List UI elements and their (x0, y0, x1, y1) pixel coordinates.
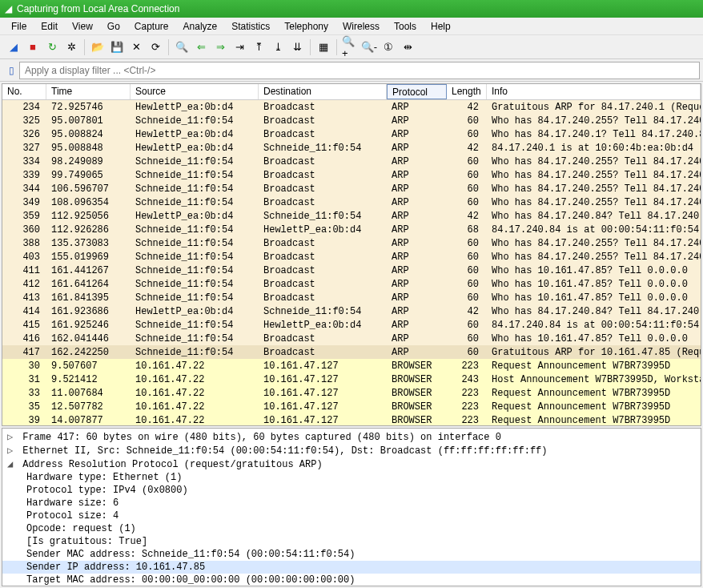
cell-length: 60 (447, 279, 487, 290)
prev-packet-icon[interactable]: ⇐ (192, 38, 210, 56)
detail-row[interactable]: Opcode: request (1) (2, 522, 701, 535)
cell-source: Schneide_11:f0:54 (131, 170, 259, 181)
detail-row[interactable]: Protocol size: 4 (2, 509, 701, 522)
save-file-icon[interactable]: 💾 (108, 38, 126, 56)
packet-row[interactable]: 33999.749065Schneide_11:f0:54BroadcastAR… (2, 168, 701, 182)
menu-help[interactable]: Help (424, 19, 457, 34)
packet-row[interactable]: 3914.00787710.161.47.2210.161.47.127BROW… (2, 413, 701, 425)
detail-row[interactable]: ▷ Frame 417: 60 bytes on wire (480 bits)… (2, 430, 701, 444)
restart-capture-icon[interactable]: ↻ (43, 38, 61, 56)
col-header-no[interactable]: No. (2, 84, 46, 99)
next-packet-icon[interactable]: ⇒ (211, 38, 229, 56)
packet-row[interactable]: 414161.923686HewlettP_ea:0b:d4Schneide_1… (2, 304, 701, 318)
packet-row[interactable]: 413161.841395Schneide_11:f0:54BroadcastA… (2, 291, 701, 304)
packet-row[interactable]: 349108.096354Schneide_11:f0:54BroadcastA… (2, 195, 701, 209)
zoom-reset-icon[interactable]: ① (380, 38, 397, 56)
cell-destination: 10.161.47.127 (259, 401, 387, 413)
menu-telephony[interactable]: Telephony (278, 19, 335, 34)
last-packet-icon[interactable]: ⤓ (269, 38, 287, 56)
detail-row[interactable]: Protocol type: IPv4 (0x0800) (2, 484, 701, 497)
menu-go[interactable]: Go (101, 19, 127, 34)
col-header-protocol[interactable]: Protocol (387, 84, 447, 99)
packet-row[interactable]: 3311.00768410.161.47.2210.161.47.127BROW… (2, 386, 701, 400)
packet-row[interactable]: 412161.641264Schneide_11:f0:54BroadcastA… (2, 277, 701, 291)
find-packet-icon[interactable]: 🔍 (173, 38, 191, 56)
menu-view[interactable]: View (66, 19, 99, 34)
packet-row[interactable]: 416162.041446Schneide_11:f0:54BroadcastA… (2, 332, 701, 345)
menu-tools[interactable]: Tools (388, 19, 423, 34)
first-packet-icon[interactable]: ⤒ (250, 38, 267, 56)
packet-rows[interactable]: 23472.925746HewlettP_ea:0b:d4BroadcastAR… (2, 100, 701, 425)
goto-packet-icon[interactable]: ⇥ (231, 38, 248, 56)
col-header-time[interactable]: Time (46, 84, 131, 99)
cell-length: 60 (447, 197, 487, 208)
cell-source: Schneide_11:f0:54 (131, 224, 259, 236)
packet-row[interactable]: 32695.008824HewlettP_ea:0b:d4BroadcastAR… (2, 127, 701, 141)
menu-capture[interactable]: Capture (128, 19, 175, 34)
packet-row[interactable]: 309.50760710.161.47.2210.161.47.127BROWS… (2, 359, 701, 373)
expand-icon[interactable]: ◢ (7, 458, 17, 470)
cell-destination: Schneide_11:f0:54 (259, 143, 387, 154)
menu-file[interactable]: File (5, 19, 33, 34)
packet-details[interactable]: ▷ Frame 417: 60 bytes on wire (480 bits)… (2, 428, 701, 586)
packet-row[interactable]: 33498.249089Schneide_11:f0:54BroadcastAR… (2, 155, 701, 168)
zoom-out-icon[interactable]: 🔍- (360, 38, 378, 56)
detail-row[interactable]: ◢ Address Resolution Protocol (request/g… (2, 457, 701, 471)
packet-row[interactable]: 359112.925056HewlettP_ea:0b:d4Schneide_1… (2, 209, 701, 223)
detail-row[interactable]: Target MAC address: 00:00:00_00:00:00 (0… (2, 574, 701, 586)
cell-time: 95.008848 (46, 143, 131, 154)
packet-row[interactable]: 3512.50778210.161.47.2210.161.47.127BROW… (2, 400, 701, 413)
resize-columns-icon[interactable]: ⇹ (399, 38, 416, 56)
detail-row[interactable]: [Is gratuitous: True] (2, 535, 701, 548)
expand-icon[interactable]: ▷ (7, 431, 17, 443)
filter-bookmark-icon[interactable]: ▯ (3, 65, 19, 76)
cell-length: 68 (447, 224, 487, 236)
packet-row[interactable]: 415161.925246Schneide_11:f0:54HewlettP_e… (2, 318, 701, 332)
start-capture-icon[interactable]: ◢ (5, 38, 22, 56)
packet-row[interactable]: 417162.242250Schneide_11:f0:54BroadcastA… (2, 345, 701, 359)
stop-capture-icon[interactable]: ■ (24, 38, 42, 56)
packet-row[interactable]: 319.52141210.161.47.2210.161.47.127BROWS… (2, 373, 701, 386)
packet-row[interactable]: 23472.925746HewlettP_ea:0b:d4BroadcastAR… (2, 100, 701, 114)
cell-info: Who has 84.17.240.84? Tell 84.17.240.1 (487, 306, 701, 317)
packet-row[interactable]: 403155.019969Schneide_11:f0:54BroadcastA… (2, 250, 701, 264)
col-header-source[interactable]: Source (131, 84, 259, 99)
packet-row[interactable]: 388135.373083Schneide_11:f0:54BroadcastA… (2, 236, 701, 250)
col-header-destination[interactable]: Destination (259, 84, 387, 99)
detail-row[interactable]: ▷ Ethernet II, Src: Schneide_11:f0:54 (0… (2, 444, 701, 457)
close-file-icon[interactable]: ✕ (127, 38, 145, 56)
cell-length: 60 (447, 129, 487, 140)
packet-row[interactable]: 344106.596707Schneide_11:f0:54BroadcastA… (2, 182, 701, 195)
detail-row[interactable]: Hardware type: Ethernet (1) (2, 471, 701, 484)
packet-row[interactable]: 32595.007801Schneide_11:f0:54BroadcastAR… (2, 114, 701, 127)
cell-time: 112.925056 (46, 211, 131, 222)
colorize-icon[interactable]: ▦ (315, 38, 332, 56)
cell-no: 325 (2, 115, 46, 127)
menu-statistics[interactable]: Statistics (225, 19, 276, 34)
detail-text: Sender MAC address: Schneide_11:f0:54 (0… (26, 549, 355, 560)
menu-analyze[interactable]: Analyze (177, 19, 224, 34)
detail-row[interactable]: Hardware size: 6 (2, 497, 701, 509)
col-header-length[interactable]: Length (447, 84, 487, 99)
detail-row[interactable]: Sender MAC address: Schneide_11:f0:54 (0… (2, 548, 701, 561)
cell-info: Gratuitous ARP for 10.161.47.85 (Request… (487, 347, 701, 358)
expand-icon[interactable]: ▷ (7, 445, 17, 457)
open-file-icon[interactable]: 📂 (89, 38, 106, 56)
packet-row[interactable]: 411161.441267Schneide_11:f0:54BroadcastA… (2, 264, 701, 277)
cell-protocol: ARP (387, 265, 447, 276)
reload-icon[interactable]: ⟳ (147, 38, 164, 56)
zoom-in-icon[interactable]: 🔍+ (341, 38, 359, 56)
capture-options-icon[interactable]: ✲ (62, 38, 80, 56)
cell-source: Schneide_11:f0:54 (131, 279, 259, 290)
packet-row[interactable]: 32795.008848HewlettP_ea:0b:d4Schneide_11… (2, 141, 701, 155)
display-filter-input[interactable] (19, 62, 700, 79)
auto-scroll-icon[interactable]: ⇊ (288, 38, 306, 56)
packet-row[interactable]: 360112.926286Schneide_11:f0:54HewlettP_e… (2, 223, 701, 236)
cell-destination: Broadcast (259, 102, 387, 113)
menu-edit[interactable]: Edit (34, 19, 64, 34)
detail-row[interactable]: Sender IP address: 10.161.47.85 (2, 561, 701, 574)
cell-length: 60 (447, 156, 487, 167)
packet-list[interactable]: No. Time Source Destination Protocol Len… (2, 83, 701, 426)
menu-wireless[interactable]: Wireless (336, 19, 386, 34)
col-header-info[interactable]: Info (487, 84, 701, 99)
